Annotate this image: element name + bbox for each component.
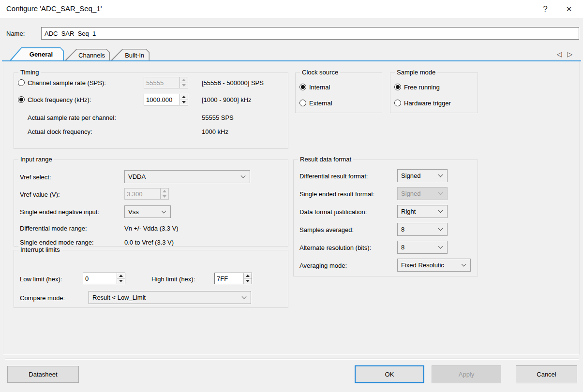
compare-mode-value: Result < Low_Limit bbox=[89, 294, 242, 301]
high-limit-label: High limit (hex): bbox=[151, 276, 195, 283]
clock-source-group: Clock source Internal External bbox=[295, 73, 382, 113]
tab-channels[interactable]: Channels bbox=[65, 49, 110, 60]
channel-sample-rate-label: Channel sample rate (SPS): bbox=[28, 79, 106, 87]
data-format-justification-value: Right bbox=[398, 208, 439, 215]
clock-source-external-label: External bbox=[309, 100, 332, 107]
spin-up-icon[interactable] bbox=[244, 273, 252, 278]
high-limit-value: 7FF bbox=[215, 273, 243, 284]
averaging-mode-label: Averaging mode: bbox=[299, 262, 347, 269]
clock-frequency-value: 1000.000 bbox=[144, 94, 179, 105]
spin-down-icon[interactable] bbox=[161, 194, 168, 200]
chevron-down-icon bbox=[438, 226, 443, 231]
tab-general[interactable]: General bbox=[10, 47, 64, 60]
tab-built-in-label: Built-in bbox=[123, 50, 146, 60]
tab-scroll-right-icon[interactable]: ▷ bbox=[565, 50, 575, 58]
apply-button-label: Apply bbox=[459, 371, 475, 378]
single-ended-mode-range-value: 0.0 to Vref (3.3 V) bbox=[124, 239, 174, 246]
input-range-group-legend: Input range bbox=[18, 156, 54, 163]
tab-scroll-left-icon[interactable]: ◁ bbox=[554, 50, 564, 58]
input-range-group: Input range Vref select: VDDA Vref value… bbox=[14, 160, 288, 247]
sample-mode-hardware-trigger-label: Hardware trigger bbox=[404, 100, 451, 107]
averaging-mode-value: Fixed Resolutic bbox=[398, 261, 462, 269]
sample-mode-free-running-radio[interactable] bbox=[394, 84, 401, 90]
clock-source-internal-radio[interactable] bbox=[299, 84, 306, 90]
vref-select-label: Vref select: bbox=[20, 174, 51, 181]
actual-clock-frequency-label: Actual clock frequency: bbox=[28, 128, 92, 135]
datasheet-button-label: Datasheet bbox=[29, 371, 57, 378]
vref-value-spinner[interactable]: 3.300 bbox=[124, 188, 169, 200]
spin-down-icon[interactable] bbox=[117, 278, 125, 284]
actual-sample-rate-label: Actual sample rate per channel: bbox=[28, 114, 116, 121]
single-ended-result-format-label: Single ended result format: bbox=[299, 190, 374, 198]
sample-mode-free-running-label: Free running bbox=[404, 84, 440, 91]
interrupt-limits-group: Interrupt limits Low limit (hex): 0 High… bbox=[14, 250, 288, 308]
result-data-format-group: Result data format Differential result f… bbox=[293, 160, 478, 276]
vref-select-combobox[interactable]: VDDA bbox=[124, 170, 250, 183]
dialog-title: Configure 'ADC_SAR_Seq_1' bbox=[6, 4, 102, 13]
configure-dialog: Configure 'ADC_SAR_Seq_1' ? ✕ Name: ADC_… bbox=[0, 0, 583, 392]
channel-sample-rate-radio[interactable] bbox=[18, 79, 25, 86]
samples-averaged-label: Samples averaged: bbox=[299, 226, 354, 233]
tab-channels-label: Channels bbox=[77, 50, 106, 60]
sample-mode-hardware-trigger-radio[interactable] bbox=[394, 100, 401, 106]
single-ended-result-format-combobox[interactable]: Signed bbox=[397, 187, 448, 200]
tab-built-in[interactable]: Built-in bbox=[111, 49, 149, 60]
clock-source-external-radio[interactable] bbox=[299, 100, 306, 106]
timing-group-legend: Timing bbox=[18, 69, 41, 76]
differential-mode-range-value: Vn +/- Vdda (3.3 V) bbox=[124, 225, 179, 232]
ok-button-label: OK bbox=[385, 371, 394, 378]
single-ended-negative-input-value: Vss bbox=[125, 208, 162, 216]
channel-sample-rate-range: [55556 - 500000] SPS bbox=[202, 79, 264, 87]
vref-value-label: Vref value (V): bbox=[20, 191, 60, 198]
clock-frequency-spinner[interactable]: 1000.000 bbox=[144, 94, 188, 105]
chevron-down-icon bbox=[462, 262, 466, 267]
spin-down-icon[interactable] bbox=[180, 100, 188, 105]
differential-result-format-value: Signed bbox=[398, 172, 439, 179]
spin-up-icon[interactable] bbox=[180, 94, 188, 100]
spinner-buttons bbox=[243, 273, 252, 284]
alternate-resolution-label: Alternate resolution (bits): bbox=[299, 244, 371, 251]
differential-mode-range-label: Differential mode range: bbox=[20, 225, 87, 232]
low-limit-spinner[interactable]: 0 bbox=[83, 273, 125, 284]
chevron-down-icon bbox=[241, 174, 246, 178]
name-input[interactable]: ADC_SAR_Seq_1 bbox=[41, 27, 579, 40]
sample-mode-group-legend: Sample mode bbox=[395, 69, 437, 76]
chevron-down-icon bbox=[242, 294, 247, 299]
spin-down-icon[interactable] bbox=[180, 83, 188, 88]
spin-up-icon[interactable] bbox=[117, 273, 125, 278]
help-icon[interactable]: ? bbox=[534, 0, 556, 18]
spinner-buttons bbox=[117, 273, 125, 284]
single-ended-negative-input-label: Single ended negative input: bbox=[20, 208, 99, 216]
low-limit-label: Low limit (hex): bbox=[20, 276, 62, 283]
averaging-mode-combobox[interactable]: Fixed Resolutic bbox=[397, 259, 471, 272]
channel-sample-rate-spinner[interactable]: 55555 bbox=[144, 77, 188, 88]
chevron-down-icon bbox=[438, 244, 443, 249]
spin-up-icon[interactable] bbox=[161, 189, 168, 194]
single-ended-negative-input-combobox[interactable]: Vss bbox=[124, 205, 171, 218]
close-icon[interactable]: ✕ bbox=[558, 0, 580, 18]
vref-select-value: VDDA bbox=[125, 173, 241, 180]
name-input-value: ADC_SAR_Seq_1 bbox=[45, 30, 96, 37]
differential-result-format-combobox[interactable]: Signed bbox=[397, 169, 448, 182]
single-ended-result-format-value: Signed bbox=[398, 190, 439, 197]
clock-source-internal-label: Internal bbox=[309, 84, 330, 91]
spin-up-icon[interactable] bbox=[180, 77, 188, 83]
tab-general-label: General bbox=[22, 48, 60, 60]
vref-value-value: 3.300 bbox=[125, 189, 160, 199]
timing-group: Timing Channel sample rate (SPS): 55555 … bbox=[14, 73, 288, 149]
data-format-justification-combobox[interactable]: Right bbox=[397, 205, 448, 218]
channel-sample-rate-value: 55555 bbox=[144, 77, 179, 88]
chevron-down-icon bbox=[162, 208, 166, 213]
high-limit-spinner[interactable]: 7FF bbox=[214, 273, 252, 284]
cancel-button[interactable]: Cancel bbox=[516, 365, 577, 383]
result-data-format-group-legend: Result data format bbox=[298, 156, 353, 163]
sample-mode-group: Sample mode Free running Hardware trigge… bbox=[390, 73, 478, 113]
datasheet-button[interactable]: Datasheet bbox=[7, 366, 79, 383]
ok-button[interactable]: OK bbox=[355, 365, 424, 383]
spin-down-icon[interactable] bbox=[244, 278, 252, 284]
compare-mode-combobox[interactable]: Result < Low_Limit bbox=[89, 291, 251, 304]
apply-button[interactable]: Apply bbox=[432, 365, 501, 383]
clock-frequency-radio[interactable] bbox=[18, 96, 25, 103]
alternate-resolution-combobox[interactable]: 8 bbox=[397, 241, 448, 254]
samples-averaged-combobox[interactable]: 8 bbox=[397, 223, 448, 236]
